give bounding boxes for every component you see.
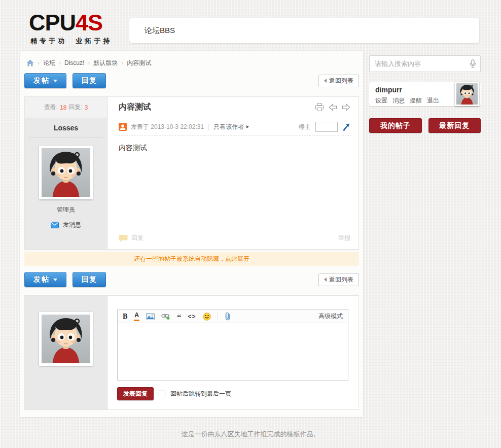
hidden-posts-notice[interactable]: 还有一些的帖子被系统自动隐藏，点此展开	[24, 252, 359, 266]
breadcrumb-forum[interactable]: 论坛	[43, 59, 55, 67]
footer-credit-link[interactable]: 东八区失地工作组	[214, 430, 267, 438]
views-count: 18	[60, 104, 66, 111]
bold-icon[interactable]: B	[123, 312, 127, 321]
only-author-label: 只看该作者	[213, 123, 244, 131]
site-title-bar: 论坛BBS	[129, 18, 479, 43]
logo-text-red: 4S	[76, 10, 102, 36]
thread-post-card: 查看: 18 回复: 3 Losses 管理员 发消息 内容测试	[24, 96, 359, 250]
thread-stats: 查看: 18 回复: 3	[25, 97, 107, 118]
author-username[interactable]: Losses	[29, 118, 102, 137]
reply-bubble-icon	[119, 234, 128, 243]
jump-to-last-page-checkbox[interactable]	[159, 391, 165, 397]
search-box	[369, 55, 481, 72]
top-action-row: 发帖 回复 返回列表	[24, 73, 359, 88]
link-icon[interactable]	[161, 312, 170, 321]
main-panel: › 论坛 › Discuz! › 默认版块 › 内容测试 发帖 回复 返回列表 …	[20, 51, 363, 417]
footer-text: 这是一份由	[182, 430, 214, 438]
breadcrumb-separator: ›	[59, 59, 61, 66]
reply-avatar-column	[25, 296, 108, 409]
footer-text: 完成的模板作品。	[267, 430, 320, 438]
views-label: 查看:	[44, 103, 58, 112]
bottom-action-row: 发帖 回复 返回列表	[24, 272, 359, 287]
chevron-down-icon	[53, 279, 57, 281]
font-color-icon[interactable]: A	[134, 312, 139, 321]
back-to-list-button[interactable]: 返回列表	[318, 75, 359, 87]
page-footer: 这是一份由东八区失地工作组完成的模板作品。	[0, 430, 501, 439]
author-role: 管理员	[25, 205, 107, 214]
next-thread-icon[interactable]	[342, 104, 350, 111]
arrow-right-icon	[246, 125, 249, 128]
toolbar-divider	[218, 313, 218, 320]
post-reply-link[interactable]: 回复	[119, 234, 144, 243]
sidebar-user-avatar[interactable]	[455, 82, 479, 106]
advanced-mode-link[interactable]: 高级模式	[318, 312, 343, 321]
latest-replies-button[interactable]: 最新回复	[428, 118, 481, 133]
reply-button-label: 回复	[82, 275, 97, 284]
user-card: dimpurr 设置 消息 提醒 退出	[369, 82, 481, 106]
current-user-avatar	[39, 312, 93, 366]
send-message-link[interactable]: 发消息	[25, 221, 107, 229]
reply-button[interactable]: 回复	[73, 73, 106, 88]
author-column: 查看: 18 回复: 3 Losses 管理员 发消息	[25, 97, 108, 249]
sidebar-buttons: 我的帖子 最新回复	[369, 118, 481, 133]
back-to-list-label: 返回列表	[329, 275, 353, 284]
jump-to-last-page-label: 回帖后跳转到最后一页	[170, 390, 231, 398]
breadcrumb-separator: ›	[38, 59, 40, 66]
site-logo[interactable]: CPU4S 精专于功 业拓于持	[29, 10, 112, 46]
reply-button-label: 回复	[82, 76, 97, 85]
search-input[interactable]	[375, 60, 470, 67]
prev-thread-icon[interactable]	[329, 104, 337, 111]
thread-title: 内容测试	[119, 102, 151, 113]
breadcrumb-current-thread: 内容测试	[127, 59, 151, 67]
image-icon[interactable]	[146, 312, 155, 321]
jump-to-floor-icon[interactable]	[342, 123, 350, 131]
quick-reply-card: B A	[24, 295, 359, 410]
code-icon[interactable]: <>	[188, 312, 196, 321]
reply-button-bottom[interactable]: 回复	[73, 272, 106, 287]
new-post-button-label: 发帖	[33, 76, 50, 85]
notifications-link[interactable]: 提醒	[410, 96, 422, 105]
floor-jump-input[interactable]	[315, 122, 338, 132]
post-footer-row: 回复 举报	[108, 227, 359, 249]
logout-link[interactable]: 退出	[427, 96, 439, 105]
reply-editor: B A	[117, 309, 348, 381]
editor-toolbar: B A	[118, 310, 348, 323]
new-post-button-bottom[interactable]: 发帖	[24, 272, 66, 287]
breadcrumb-separator: ›	[121, 59, 123, 66]
new-post-button[interactable]: 发帖	[24, 73, 66, 88]
envelope-icon	[51, 222, 59, 228]
site-title: 论坛BBS	[145, 26, 175, 36]
floor-label: 楼主	[299, 123, 311, 131]
smiley-icon[interactable]	[203, 312, 211, 321]
post-body: 内容测试	[108, 136, 359, 227]
breadcrumb-default-board[interactable]: 默认版块	[93, 59, 118, 67]
messages-link[interactable]: 消息	[392, 96, 405, 105]
only-author-link[interactable]: 只看该作者	[213, 123, 249, 131]
print-icon[interactable]	[315, 103, 324, 112]
quote-icon[interactable]: “	[177, 314, 182, 323]
reply-editor-column: B A	[108, 296, 359, 409]
author-avatar[interactable]	[39, 146, 93, 199]
replies-count: 3	[85, 104, 88, 111]
back-to-list-button-bottom[interactable]: 返回列表	[318, 273, 359, 286]
voice-search-icon[interactable]	[470, 59, 476, 68]
post-title-row: 内容测试	[108, 97, 359, 118]
report-link[interactable]: 举报	[338, 234, 350, 243]
back-to-list-label: 返回列表	[329, 77, 353, 85]
meta-divider: |	[208, 123, 209, 130]
home-icon[interactable]	[26, 59, 34, 66]
new-post-button-label: 发帖	[33, 275, 50, 284]
sidebar: dimpurr 设置 消息 提醒 退出 我的帖子 最新回复	[369, 55, 481, 133]
breadcrumb-discuz[interactable]: Discuz!	[64, 59, 84, 66]
my-posts-button[interactable]: 我的帖子	[369, 118, 422, 133]
breadcrumb-separator: ›	[88, 59, 90, 66]
reply-textarea[interactable]	[118, 323, 348, 380]
submit-reply-button[interactable]: 发表回复	[117, 387, 154, 400]
settings-link[interactable]: 设置	[375, 96, 387, 105]
poster-icon	[119, 123, 127, 131]
post-meta-row: 发表于 2013-10-3 22:02:31 | 只看该作者 楼主	[108, 118, 359, 135]
attachment-icon[interactable]	[225, 312, 231, 321]
reply-submit-row: 发表回复 回帖后跳转到最后一页	[117, 387, 348, 400]
arrow-left-icon	[324, 79, 327, 83]
replies-label: 回复:	[68, 103, 82, 112]
